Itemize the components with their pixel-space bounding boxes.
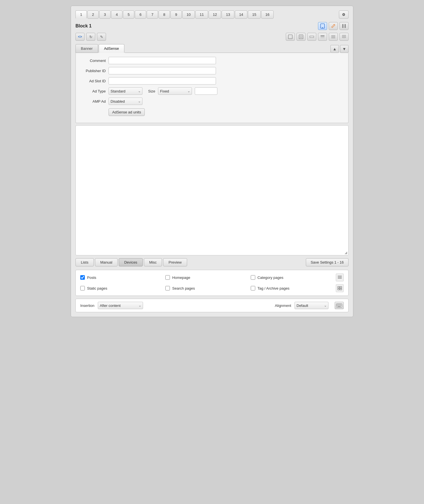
adsense-btn-row: AdSense ad units bbox=[80, 108, 344, 116]
adsense-ad-units-btn[interactable]: AdSense ad units bbox=[109, 108, 145, 116]
tab-12[interactable]: 12 bbox=[209, 10, 221, 19]
svg-rect-21 bbox=[338, 287, 339, 288]
svg-rect-29 bbox=[339, 304, 340, 305]
move-up-btn[interactable]: ▲ bbox=[330, 45, 339, 53]
preview-tab-btn[interactable]: Preview bbox=[163, 258, 187, 266]
size-label: Size bbox=[148, 89, 155, 93]
homepage-checkbox-row: Homepage bbox=[165, 275, 250, 280]
code-icon[interactable]: <> bbox=[75, 33, 85, 41]
edit-icon[interactable]: ✎ bbox=[97, 33, 106, 41]
svg-rect-32 bbox=[337, 305, 337, 306]
search-pages-label[interactable]: Search pages bbox=[172, 286, 195, 290]
gear-tab[interactable]: ⚙ bbox=[339, 10, 349, 19]
insertion-select[interactable]: After content Before content Before para… bbox=[98, 302, 143, 309]
posts-checkbox[interactable] bbox=[80, 275, 85, 280]
tab-15[interactable]: 15 bbox=[248, 10, 260, 19]
grid-view-icon[interactable] bbox=[336, 284, 344, 292]
save-settings-btn[interactable]: Save Settings 1 - 16 bbox=[306, 258, 349, 266]
checkboxes-panel: Posts Homepage Category pages Static pag… bbox=[75, 270, 349, 296]
svg-rect-34 bbox=[338, 305, 339, 306]
minus-line-icon[interactable] bbox=[307, 33, 316, 41]
svg-rect-30 bbox=[340, 304, 341, 305]
svg-rect-33 bbox=[338, 305, 338, 306]
tab-5[interactable]: 5 bbox=[123, 10, 134, 19]
ad-type-label: Ad Type bbox=[80, 89, 106, 93]
list-view-icon[interactable] bbox=[336, 273, 344, 281]
lists-tab-btn[interactable]: Lists bbox=[75, 258, 94, 266]
align-lines-icon[interactable] bbox=[329, 33, 338, 41]
tab-10[interactable]: 10 bbox=[182, 10, 195, 19]
tab-3[interactable]: 3 bbox=[99, 10, 111, 19]
svg-rect-36 bbox=[340, 305, 341, 306]
svg-rect-24 bbox=[340, 288, 342, 290]
category-pages-label[interactable]: Category pages bbox=[258, 275, 284, 280]
comment-input[interactable] bbox=[109, 57, 216, 64]
alignment-select[interactable]: Default Left Center Right bbox=[295, 302, 328, 309]
devices-tab-btn[interactable]: Devices bbox=[119, 258, 142, 266]
amp-ad-select[interactable]: Disabled Enabled bbox=[109, 98, 142, 105]
double-line-icon[interactable] bbox=[318, 33, 327, 41]
svg-rect-4 bbox=[345, 24, 346, 28]
svg-rect-1 bbox=[322, 27, 323, 28]
pause-icon[interactable] bbox=[339, 22, 349, 30]
homepage-checkbox[interactable] bbox=[165, 275, 170, 280]
tag-archive-checkbox-row: Tag / Archive pages bbox=[251, 286, 336, 290]
keyboard-icon[interactable] bbox=[335, 302, 344, 309]
tab-8[interactable]: 8 bbox=[159, 10, 170, 19]
size-select[interactable]: Fixed Responsive Auto bbox=[158, 87, 192, 95]
box-inner-icon[interactable] bbox=[297, 33, 306, 41]
svg-rect-26 bbox=[337, 304, 337, 305]
ad-type-select[interactable]: Standard Link Auto bbox=[109, 87, 142, 95]
svg-rect-6 bbox=[299, 35, 303, 39]
toolbar-row: <> ↻ ✎ bbox=[75, 33, 349, 41]
svg-rect-27 bbox=[338, 304, 338, 305]
tab-11[interactable]: 11 bbox=[195, 10, 208, 19]
category-pages-checkbox-row: Category pages bbox=[251, 275, 336, 280]
static-pages-label[interactable]: Static pages bbox=[87, 286, 107, 290]
sub-tab-arrows: ▲ ▼ bbox=[330, 45, 349, 53]
posts-label[interactable]: Posts bbox=[87, 275, 96, 280]
publisher-id-label: Publisher ID bbox=[80, 69, 106, 73]
tab-14[interactable]: 14 bbox=[235, 10, 247, 19]
category-pages-checkbox[interactable] bbox=[251, 275, 255, 280]
tab-7[interactable]: 7 bbox=[147, 10, 158, 19]
svg-rect-10 bbox=[321, 37, 325, 38]
publisher-id-row: Publisher ID bbox=[80, 67, 344, 74]
svg-rect-28 bbox=[338, 304, 339, 305]
static-pages-checkbox[interactable] bbox=[80, 286, 85, 290]
size-value-input[interactable] bbox=[195, 87, 217, 95]
tab-1[interactable]: 1 bbox=[75, 10, 87, 19]
tab-banner[interactable]: Banner bbox=[75, 44, 98, 53]
block-header: Block 1 bbox=[75, 22, 349, 30]
svg-rect-7 bbox=[300, 36, 302, 38]
svg-rect-37 bbox=[341, 305, 341, 306]
alignment-select-wrapper: Default Left Center Right bbox=[295, 302, 328, 309]
search-pages-checkbox[interactable] bbox=[165, 286, 170, 290]
svg-point-2 bbox=[334, 25, 334, 25]
misc-tab-btn[interactable]: Misc bbox=[144, 258, 162, 266]
list-icon-col bbox=[336, 273, 344, 281]
svg-rect-3 bbox=[342, 24, 343, 28]
move-down-btn[interactable]: ▼ bbox=[340, 45, 349, 53]
tab-2[interactable]: 2 bbox=[87, 10, 99, 19]
ad-slot-id-input[interactable] bbox=[109, 77, 216, 85]
grid-lines-icon[interactable] bbox=[339, 33, 349, 41]
publisher-id-input[interactable] bbox=[109, 67, 216, 74]
tab-13[interactable]: 13 bbox=[222, 10, 234, 19]
manual-tab-btn[interactable]: Manual bbox=[95, 258, 118, 266]
resize-handle[interactable]: ◢ bbox=[344, 251, 348, 255]
homepage-label[interactable]: Homepage bbox=[172, 275, 190, 280]
tab-16[interactable]: 16 bbox=[261, 10, 274, 19]
tab-adsense[interactable]: AdSense bbox=[99, 44, 124, 53]
static-pages-checkbox-row: Static pages bbox=[80, 286, 165, 290]
box-full-icon[interactable] bbox=[286, 33, 295, 41]
wrench-icon[interactable] bbox=[329, 22, 338, 30]
tab-6[interactable]: 6 bbox=[135, 10, 146, 19]
tablet-icon[interactable] bbox=[318, 22, 327, 30]
tag-archive-label[interactable]: Tag / Archive pages bbox=[258, 286, 289, 290]
refresh-icon[interactable]: ↻ bbox=[86, 33, 95, 41]
tag-archive-checkbox[interactable] bbox=[251, 286, 255, 290]
tab-9[interactable]: 9 bbox=[170, 10, 182, 19]
tab-4[interactable]: 4 bbox=[111, 10, 122, 19]
checkbox-grid: Posts Homepage Category pages Static pag… bbox=[80, 273, 344, 292]
